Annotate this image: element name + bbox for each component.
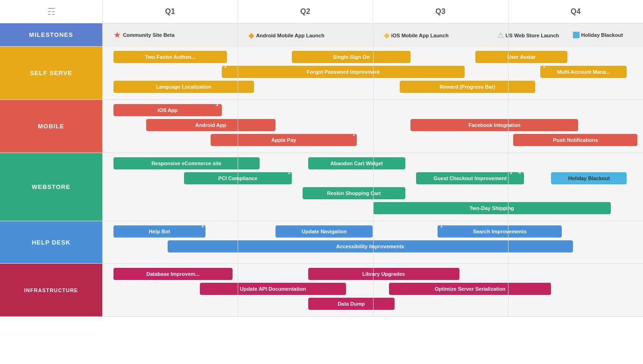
mobile-content: iOS App 3 Android App Facebook Integrati…: [103, 100, 643, 153]
library-upgrades-bar[interactable]: Library Upgrades: [308, 268, 459, 280]
quarter-q1: Q1: [103, 0, 238, 23]
infrastructure-content: Database Improvem... Library Upgrades Up…: [103, 264, 643, 316]
helpdesk-row: HELP DESK Help Bot 1 Update Navigation 1…: [0, 221, 643, 264]
reward-bar[interactable]: Reward (Progress Bar): [400, 81, 535, 93]
webstore-label: WEBSTORE: [0, 153, 103, 221]
quarter-q4: Q4: [509, 0, 643, 23]
webstore-row: WEBSTORE Responsive eCommerce site Aband…: [0, 153, 643, 221]
milestone-community-site[interactable]: ★ Community Site Beta: [113, 30, 175, 40]
abandon-cart-bar[interactable]: Abandon Cart Widget: [308, 157, 405, 169]
search-improvements-bar[interactable]: 1 Search Improvements: [438, 225, 562, 238]
language-loc-bar[interactable]: Language Localization: [113, 81, 254, 93]
rect-icon: [573, 32, 579, 38]
data-dump-bar[interactable]: Data Dump: [308, 298, 395, 310]
milestone-label: Holiday Blackout: [581, 32, 623, 38]
filter-icon[interactable]: ☶: [47, 6, 56, 17]
diamond-orange-icon: ◆: [248, 31, 254, 40]
diamond-yellow-icon: ◆: [384, 31, 389, 40]
single-sign-on-bar[interactable]: Single-Sign On: [292, 51, 411, 63]
milestone-android-launch[interactable]: ◆ Android Mobile App Launch: [248, 31, 324, 40]
mobile-label: MOBILE: [0, 100, 103, 153]
quarter-q2: Q2: [238, 0, 374, 23]
database-improvements-bar[interactable]: Database Improvem...: [113, 268, 233, 280]
star-icon: ★: [113, 30, 121, 40]
milestone-label: US Web Store Launch: [506, 32, 559, 38]
milestones-row: MILESTONES ★ Community Site Beta ◆ Andro…: [0, 23, 643, 47]
milestone-label: Android Mobile App Launch: [256, 32, 324, 38]
milestone-holiday-blackout[interactable]: Holiday Blackout: [573, 32, 623, 38]
milestones-content: ★ Community Site Beta ◆ Android Mobile A…: [103, 23, 643, 47]
optimize-server-bar[interactable]: Optimize Server Serialization: [389, 283, 551, 295]
self-serve-row: SELF SERVE Two-Factor Authen... Single-S…: [0, 47, 643, 100]
ios-app-bar[interactable]: iOS App 3: [113, 104, 221, 116]
infrastructure-row: INFRASTRUCTURE Database Improvem... Libr…: [0, 264, 643, 317]
apple-pay-bar[interactable]: Apple Pay 1: [211, 134, 356, 146]
milestone-webstore-launch[interactable]: ⚠ US Web Store Launch: [497, 31, 559, 40]
milestone-label: Community Site Beta: [123, 32, 175, 38]
holiday-blackout-webstore-bar[interactable]: Holiday Blackout: [551, 172, 627, 184]
update-navigation-bar[interactable]: Update Navigation: [276, 225, 373, 238]
helpdesk-content: Help Bot 1 Update Navigation 1 Search Im…: [103, 221, 643, 263]
accessibility-bar[interactable]: Accessibility Improvements: [168, 240, 573, 252]
milestones-label: MILESTONES: [0, 23, 103, 46]
header-label-col: ☶: [0, 0, 103, 23]
android-app-bar[interactable]: Android App: [146, 119, 276, 131]
two-factor-bar[interactable]: Two-Factor Authen...: [113, 51, 227, 63]
user-avatar-bar[interactable]: User Avatar: [475, 51, 567, 63]
two-day-shipping-bar[interactable]: Two-Day Shipping: [373, 202, 611, 214]
milestone-ios-launch[interactable]: ◆ iOS Mobile App Launch: [384, 31, 449, 40]
quarters-header: Q1 Q2 Q3 Q4: [103, 0, 643, 23]
helpdesk-label: HELP DESK: [0, 221, 103, 263]
facebook-integration-bar[interactable]: Facebook Integration: [410, 119, 578, 131]
reskin-shopping-cart-bar[interactable]: Reskin Shopping Cart: [303, 187, 405, 199]
forgot-password-bar[interactable]: 1 Forgot Password Improvment: [222, 66, 465, 78]
webstore-content: Responsive eCommerce site Abandon Cart W…: [103, 153, 643, 221]
self-serve-content: Two-Factor Authen... Single-Sign On User…: [103, 47, 643, 99]
help-bot-bar[interactable]: Help Bot 1: [113, 225, 205, 238]
milestone-label: iOS Mobile App Launch: [391, 32, 449, 38]
update-api-bar[interactable]: Update API Documentation: [200, 283, 346, 295]
mobile-row: MOBILE iOS App 3 Android App Facebook In…: [0, 100, 643, 153]
self-serve-label: SELF SERVE: [0, 47, 103, 99]
gantt-header: ☶ Q1 Q2 Q3 Q4: [0, 0, 643, 23]
multi-account-bar[interactable]: 1 Multi-Account Mana...: [540, 66, 627, 78]
triangle-icon: ⚠: [497, 31, 504, 40]
quarter-q3: Q3: [373, 0, 509, 23]
gantt-chart: ☶ Q1 Q2 Q3 Q4 MILESTONES ★ Community Sit…: [0, 0, 643, 364]
push-notifications-bar[interactable]: Push Notifications: [513, 134, 637, 146]
infrastructure-label: INFRASTRUCTURE: [0, 264, 103, 316]
